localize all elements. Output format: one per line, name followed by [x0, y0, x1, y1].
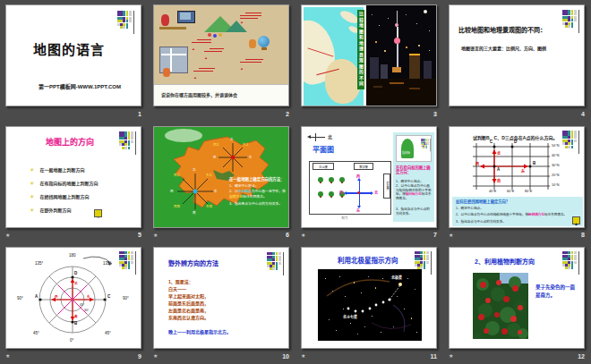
tree-icon: [318, 177, 323, 182]
dot: [503, 296, 510, 302]
red-direction: 西: [55, 294, 58, 299]
red-annotation: ▲: [240, 57, 244, 73]
observer-marker: [357, 191, 360, 194]
lat-label: 10°N: [552, 183, 559, 187]
cartoon-kid-dot: [208, 33, 211, 37]
method-line: 1、确定中心地点。: [456, 206, 484, 210]
dot: [496, 280, 501, 285]
slide2-caption: 说说你在哪方面用图较多，并谈谈体会: [161, 91, 289, 97]
building-box: 教学楼: [354, 163, 373, 170]
slide-thumbnail-10[interactable]: 野外辨方向的方法 1、观星法： 白天—— 早上起来面对太阳， 前面是东后面是西，…: [153, 247, 289, 349]
slide-thumbnail-3[interactable]: 比较地图和地理景观图的不同: [301, 4, 437, 106]
body-line: 1、观星法：: [168, 278, 209, 285]
red-annotation: ▲: [240, 11, 244, 27]
slide-thumbnail-12[interactable]: 2、利用植物判断方向 果子先染色的一面是南方。: [449, 247, 585, 349]
slide-thumbnail-9[interactable]: 180 135° 135° 90° 90° 45° 45° 0° 45° 30°…: [5, 247, 141, 349]
dot: [397, 296, 398, 297]
slide-thumbnail-8[interactable]: 试判断B、C、D三点各在A点的什么方向。 50°N 40°N 30°N 2: [449, 126, 585, 228]
dot: [415, 289, 415, 290]
angle-label: 0°: [70, 338, 73, 343]
building-box: 办公楼: [313, 163, 334, 170]
direction-label: 东南: [206, 204, 212, 208]
slide-thumbnail-4[interactable]: 比较地图和地理景观图的不同： 地图语言的三大要素：比例尺、方向、图例: [449, 4, 585, 106]
lon-label: 80°E: [525, 190, 532, 193]
direction-label: 西南: [174, 204, 180, 208]
flower-bullet-icon: ☀: [30, 207, 34, 213]
slide-number: 3: [433, 111, 437, 117]
transition-star-icon: ★: [153, 233, 158, 238]
cartoon-globe-stand: [261, 47, 267, 50]
bullet-row: ☀在野外判断方向: [30, 199, 71, 216]
north-label: 北: [328, 133, 332, 140]
slide-cell-7: 北 平面图 办公楼 教学楼 宿舍楼 大门 西 北 东 南 指向标 在有指向标的图…: [296, 122, 443, 243]
north-arrow-line: [309, 137, 325, 138]
point-label: C: [490, 140, 492, 144]
night-sky-lights: [366, 5, 437, 77]
map-street: [161, 54, 186, 55]
red-direction: 东: [521, 168, 525, 174]
transition-star-icon: ★: [449, 233, 453, 238]
hint-button[interactable]: ▲: [572, 216, 580, 224]
slide-number: 12: [578, 353, 585, 360]
grid-method-panel: 如何在经纬网地图上确定方向？ 1、确定中心地点。 2、以中心地点为中心沿经线和纬…: [452, 197, 583, 226]
action-button[interactable]: →: [94, 209, 102, 217]
polar-diagram: [6, 248, 141, 349]
slide-cell-6: 北 东北 东 东南 南 西南 西 西北 北 东北 东 西 西北 在一般地图上确定…: [148, 122, 296, 243]
dot: [480, 282, 486, 288]
method-line: 2、以中心地点为中心沿经线和纬线画十字坐标，按经纬线方位标注东西南北。: [456, 212, 578, 216]
dot: [381, 332, 381, 333]
slide-thumbnail-2[interactable]: ▲ ▲ ▲ ▲ ▲ 说说你在哪方面用图较多，并谈谈体会: [153, 4, 289, 106]
dot: [512, 285, 518, 292]
red-annotation: ▲: [193, 66, 197, 82]
slide1-subtitle: 第一PPT模板网-WWW.1PPT.COM: [39, 82, 121, 90]
annotation-marker-icon: ▲: [192, 47, 195, 51]
slide-thumbnail-5[interactable]: 地图上的方向 ☀在一般地图上判断方向 ☀在有指向标的地图上判断方向 ☀在经纬网地…: [5, 126, 141, 228]
slide6-method-title: 在一般地图上确定方向的方法：: [229, 177, 287, 182]
map-land: [325, 59, 361, 104]
direction-label: 西北: [174, 173, 180, 177]
slide-sorter-grid: 地图的语言 第一PPT模板网-WWW.1PPT.COM 1 ▲ ▲ ▲ ▲ ▲ …: [0, 0, 591, 364]
angle-label: 90°: [17, 296, 23, 301]
dot: [494, 312, 500, 317]
cross-label: 西: [356, 174, 360, 179]
dot: [510, 316, 517, 322]
body-line: 前面是东后面是西，: [168, 300, 209, 307]
direction-label: 东: [214, 189, 218, 193]
slide-thumbnail-6[interactable]: 北 东北 东 东南 南 西南 西 西北 北 东北 东 西 西北 在一般地图上确定…: [153, 126, 289, 228]
slide4-subtitle: 地图语言的三大要素：比例尺、方向、图例: [461, 45, 546, 51]
dot: [357, 334, 358, 334]
angle-label: 45°: [105, 331, 111, 335]
building-box: 宿舍楼: [383, 174, 390, 199]
arrowhead: [344, 191, 347, 195]
north-arrow-head: [307, 135, 311, 139]
slide-thumbnail-11[interactable]: 利用北极星指示方向 北极星 北斗七星: [301, 247, 437, 349]
annotation-marker-icon: ▲: [193, 75, 197, 80]
direction-label: 北: [230, 137, 233, 141]
slide3-vertical-caption: 比较地图和地理景观图的不同: [357, 10, 364, 89]
red-direction: 南: [497, 178, 501, 183]
panel-title: 如何在经纬网地图上确定方向？: [456, 199, 510, 204]
transition-star-icon: ★: [301, 233, 305, 238]
plan-title: 平面图: [313, 144, 334, 154]
bullet-text: 在野外判断方向: [39, 207, 71, 213]
lat-label: 20°N: [552, 174, 559, 177]
slide-thumbnail-7[interactable]: 北 平面图 办公楼 教学楼 宿舍楼 大门 西 北 东 南 指向标 在有指向标的图…: [301, 126, 437, 228]
dot: [379, 25, 380, 26]
dot: [354, 282, 355, 283]
pointer-label: 指向标: [402, 151, 410, 155]
slide10-title: 野外辨方向的方法: [168, 258, 218, 267]
cartoon-child: [163, 68, 170, 77]
slide-thumbnail-1[interactable]: 地图的语言 第一PPT模板网-WWW.1PPT.COM: [5, 4, 141, 106]
slide10-body: 1、观星法： 白天—— 早上起来面对太阳， 前面是东后面是西， 左面是北右面是南…: [168, 278, 209, 321]
dot: [345, 296, 346, 297]
point-label: B: [74, 321, 77, 326]
dot: [404, 309, 405, 309]
cartoon-globe: [258, 36, 270, 47]
slide11-title: 利用北极星指示方向: [338, 255, 398, 265]
tree-icon: [329, 177, 334, 182]
transition-star-icon: ★: [5, 233, 10, 238]
point-label: C: [107, 294, 110, 299]
lat-label: 30°N: [552, 164, 559, 167]
slide-number: 7: [433, 232, 437, 238]
transition-star-icon: ★: [301, 353, 305, 359]
